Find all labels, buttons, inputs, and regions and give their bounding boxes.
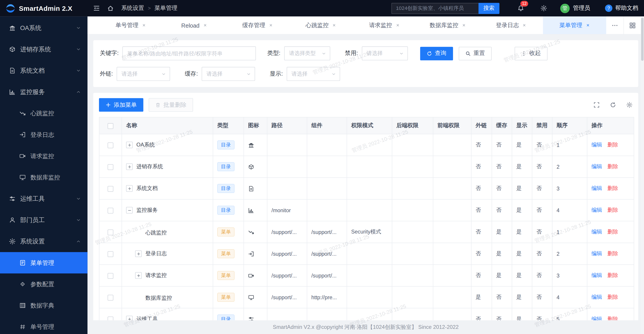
select-all-checkbox[interactable] bbox=[108, 123, 114, 129]
sidebar-item[interactable]: OA系统 bbox=[0, 17, 88, 38]
frontend-perm-cell bbox=[433, 243, 471, 265]
delete-link[interactable]: 删除 bbox=[608, 250, 618, 256]
sidebar-item[interactable]: 部门员工 bbox=[0, 209, 88, 230]
sidebar-item[interactable]: 数据字典 bbox=[0, 295, 88, 316]
delete-link[interactable]: 删除 bbox=[608, 229, 618, 235]
edit-link[interactable]: 编辑 bbox=[592, 229, 602, 235]
sidebar-item[interactable]: 进销存系统 bbox=[0, 38, 88, 60]
help-link[interactable]: ? 帮助文档 bbox=[605, 4, 638, 12]
collapse-filters-button[interactable]: 收起 bbox=[514, 47, 547, 60]
delete-link[interactable]: 删除 bbox=[608, 185, 618, 191]
row-expander[interactable] bbox=[126, 142, 132, 148]
notifications-button[interactable]: 12 bbox=[515, 2, 526, 14]
row-expander[interactable] bbox=[126, 163, 132, 170]
delete-link[interactable]: 删除 bbox=[608, 207, 618, 213]
search-input[interactable] bbox=[391, 3, 478, 14]
row-expander[interactable] bbox=[126, 185, 132, 192]
scrollbar[interactable] bbox=[641, 16, 644, 334]
app-logo[interactable]: SmartAdmin 2.X bbox=[0, 3, 88, 14]
close-icon[interactable] bbox=[396, 23, 400, 27]
sidebar-item[interactable]: 数据库监控 bbox=[0, 167, 88, 188]
sidebar-item[interactable]: 菜单管理 bbox=[0, 252, 88, 274]
close-icon[interactable] bbox=[462, 23, 466, 27]
visible-select[interactable]: 请选择 bbox=[286, 67, 340, 81]
user-menu[interactable]: 管 管理员 bbox=[560, 4, 590, 13]
tab-item[interactable]: 菜单管理 bbox=[543, 16, 606, 34]
menu-icon bbox=[19, 260, 26, 266]
edit-link[interactable]: 编辑 bbox=[592, 185, 602, 191]
table-refresh-icon[interactable] bbox=[610, 102, 616, 108]
delete-link[interactable]: 删除 bbox=[608, 294, 618, 300]
sidebar-item[interactable]: 监控服务 bbox=[0, 81, 88, 102]
add-menu-button[interactable]: 添加菜单 bbox=[99, 98, 144, 112]
edit-link[interactable]: 编辑 bbox=[592, 207, 602, 213]
tab-item[interactable]: 心跳监控 bbox=[289, 16, 353, 34]
search-button[interactable]: 搜索 bbox=[478, 3, 499, 14]
row-checkbox[interactable] bbox=[108, 164, 114, 170]
reset-button[interactable]: 重置 bbox=[459, 47, 492, 60]
menu-collapse-icon[interactable] bbox=[91, 2, 102, 14]
fullscreen-icon[interactable] bbox=[594, 102, 600, 108]
close-icon[interactable] bbox=[522, 23, 526, 27]
keyword-input[interactable] bbox=[122, 46, 256, 60]
query-button[interactable]: 查询 bbox=[420, 47, 453, 60]
breadcrumb-item[interactable]: 系统设置 bbox=[121, 4, 144, 12]
row-checkbox[interactable] bbox=[108, 295, 114, 300]
row-expander[interactable] bbox=[135, 272, 142, 279]
row-checkbox[interactable] bbox=[108, 208, 114, 214]
close-icon[interactable] bbox=[269, 23, 273, 27]
row-checkbox[interactable] bbox=[108, 142, 114, 148]
scrollbar-thumb[interactable] bbox=[641, 18, 644, 61]
edit-link[interactable]: 编辑 bbox=[592, 250, 602, 256]
close-icon[interactable] bbox=[586, 23, 590, 27]
column-settings-icon[interactable] bbox=[626, 102, 632, 108]
edit-link[interactable]: 编辑 bbox=[592, 142, 602, 148]
type-select[interactable]: 请选择类型 bbox=[284, 46, 330, 60]
sidebar-item[interactable]: 系统设置 bbox=[0, 231, 88, 252]
tab-item[interactable]: 请求监控 bbox=[352, 16, 416, 34]
sidebar-item[interactable]: 心跳监控 bbox=[0, 103, 88, 124]
close-icon[interactable] bbox=[203, 23, 207, 27]
sidebar-item[interactable]: 参数配置 bbox=[0, 274, 88, 295]
cache-cell: 是 bbox=[492, 265, 512, 286]
close-icon[interactable] bbox=[332, 23, 336, 27]
sidebar-item[interactable]: 请求监控 bbox=[0, 145, 88, 167]
tabs-more-button[interactable] bbox=[606, 16, 624, 34]
cache-select[interactable]: 请选择 bbox=[202, 67, 255, 81]
row-checkbox[interactable] bbox=[108, 230, 114, 235]
edit-link[interactable]: 编辑 bbox=[592, 163, 602, 169]
tab-item[interactable]: 数据库监控 bbox=[416, 16, 480, 34]
edit-link[interactable]: 编辑 bbox=[592, 272, 602, 278]
sidebar-item[interactable]: 系统文档 bbox=[0, 60, 88, 81]
close-icon[interactable] bbox=[142, 23, 146, 27]
component-cell bbox=[307, 200, 347, 221]
delete-link[interactable]: 删除 bbox=[608, 272, 618, 278]
row-expander[interactable] bbox=[126, 316, 132, 320]
batch-delete-button[interactable]: 批量删除 bbox=[149, 98, 193, 112]
delete-link[interactable]: 删除 bbox=[608, 142, 618, 148]
external-select[interactable]: 请选择 bbox=[117, 67, 170, 81]
chevron-up-icon bbox=[76, 239, 81, 244]
sidebar-item[interactable]: 运维工具 bbox=[0, 188, 88, 209]
tab-item[interactable]: 登录日志 bbox=[479, 16, 543, 34]
tab-item[interactable]: Reload bbox=[162, 16, 226, 34]
row-expander[interactable] bbox=[135, 250, 142, 257]
row-checkbox[interactable] bbox=[108, 316, 114, 320]
row-expander[interactable] bbox=[126, 207, 132, 213]
edit-link[interactable]: 编辑 bbox=[592, 316, 602, 320]
disabled-select[interactable]: 请选择 bbox=[362, 46, 408, 60]
sidebar-item[interactable]: 单号管理 bbox=[0, 316, 88, 334]
home-icon[interactable] bbox=[105, 2, 116, 14]
tabs-layout-button[interactable] bbox=[623, 16, 641, 34]
delete-link[interactable]: 删除 bbox=[608, 316, 618, 320]
filter-panel: 关键字: 类型: 请选择类型 禁用: 请选择 查询 重置 收起 外链: 请选择 … bbox=[93, 40, 638, 87]
row-checkbox[interactable] bbox=[108, 251, 114, 257]
header-settings-icon[interactable] bbox=[538, 2, 550, 14]
edit-link[interactable]: 编辑 bbox=[592, 294, 602, 300]
row-checkbox[interactable] bbox=[108, 186, 114, 192]
sidebar-item[interactable]: 登录日志 bbox=[0, 124, 88, 145]
delete-link[interactable]: 删除 bbox=[608, 163, 618, 169]
row-checkbox[interactable] bbox=[108, 273, 114, 279]
tab-item[interactable]: 单号管理 bbox=[99, 16, 162, 34]
tab-item[interactable]: 缓存管理 bbox=[226, 16, 289, 34]
